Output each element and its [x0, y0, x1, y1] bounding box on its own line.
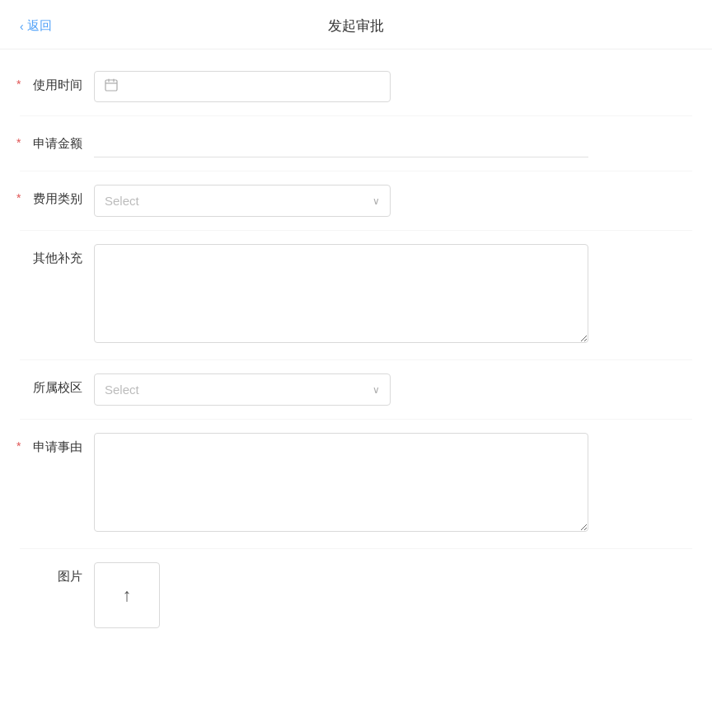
amount-input[interactable]: [94, 129, 588, 157]
control-campus: Select ∨: [94, 373, 588, 406]
supplement-textarea[interactable]: [94, 244, 588, 343]
field-image: 图片 ↑: [0, 549, 712, 641]
field-expense-type: 费用类别 Select ∨: [0, 171, 712, 230]
label-expense-type: 费用类别: [20, 185, 94, 207]
field-amount: 申请金额: [0, 116, 712, 171]
campus-placeholder: Select: [105, 383, 372, 397]
control-reason: [94, 433, 588, 535]
chevron-down-icon-campus: ∨: [372, 384, 380, 396]
control-use-time: [94, 71, 588, 102]
field-use-time: 使用时间: [0, 58, 712, 115]
control-amount: [94, 129, 588, 157]
form-container: 使用时间 申请金额: [0, 49, 712, 674]
field-reason: 申请事由: [0, 420, 712, 548]
label-amount: 申请金额: [20, 129, 94, 152]
back-chevron-icon: ‹: [20, 20, 24, 33]
page-title: 发起审批: [328, 16, 384, 35]
expense-type-placeholder: Select: [105, 194, 372, 208]
label-reason: 申请事由: [20, 433, 94, 455]
field-supplement: 其他补充: [0, 231, 712, 359]
upload-icon: ↑: [123, 585, 132, 606]
campus-select[interactable]: Select ∨: [94, 373, 391, 406]
label-campus: 所属校区: [20, 373, 94, 396]
chevron-down-icon: ∨: [372, 195, 380, 207]
control-supplement: [94, 244, 588, 346]
image-upload-button[interactable]: ↑: [94, 562, 160, 628]
field-campus: 所属校区 Select ∨: [0, 360, 712, 419]
label-supplement: 其他补充: [20, 244, 94, 266]
expense-type-select[interactable]: Select ∨: [94, 185, 391, 217]
page-header: ‹ 返回 发起审批: [0, 0, 712, 49]
use-time-input[interactable]: [124, 80, 380, 94]
svg-rect-0: [105, 80, 117, 91]
control-image: ↑: [94, 562, 588, 628]
calendar-icon: [105, 78, 118, 95]
control-expense-type: Select ∨: [94, 185, 588, 217]
date-input-wrapper[interactable]: [94, 71, 391, 102]
label-image: 图片: [20, 562, 94, 585]
back-label: 返回: [27, 18, 52, 34]
reason-textarea[interactable]: [94, 433, 588, 532]
back-button[interactable]: ‹ 返回: [20, 18, 52, 34]
label-use-time: 使用时间: [20, 71, 94, 93]
